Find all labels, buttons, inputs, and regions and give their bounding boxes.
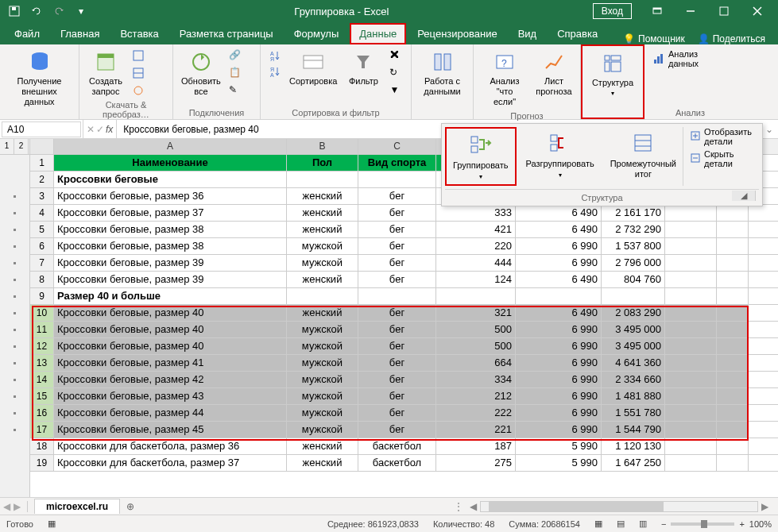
cell[interactable]	[287, 172, 358, 187]
view-layout-icon[interactable]: ▤	[617, 519, 625, 529]
tab-data[interactable]: Данные	[350, 23, 406, 44]
advanced-button[interactable]: ▼	[388, 83, 404, 98]
tab-review[interactable]: Рецензирование	[408, 23, 506, 44]
outline-row-marker[interactable]	[0, 322, 29, 338]
get-external-data-button[interactable]: Получение внешних данных	[6, 48, 72, 110]
cell[interactable]	[717, 338, 749, 354]
cell[interactable]: 3 495 000	[602, 338, 665, 354]
zoom-level[interactable]: 100%	[749, 519, 772, 529]
cell[interactable]: 2 796 000	[602, 255, 665, 271]
row-header[interactable]: 13	[30, 355, 54, 371]
cell[interactable]: женский	[287, 438, 358, 454]
hscroll-right-icon[interactable]: ▶	[758, 501, 772, 512]
view-pagebreak-icon[interactable]: ▥	[639, 519, 647, 529]
cell[interactable]	[717, 305, 749, 321]
row-header[interactable]: 18	[30, 438, 54, 454]
tab-insert[interactable]: Вставка	[110, 23, 168, 44]
view-normal-icon[interactable]: ▦	[594, 519, 602, 529]
tab-view[interactable]: Вид	[509, 23, 547, 44]
outline-row-marker[interactable]	[0, 255, 29, 272]
cell[interactable]: 222	[436, 405, 516, 421]
cell[interactable]	[287, 288, 358, 304]
create-query-button[interactable]: Создать запрос	[86, 48, 126, 98]
cell[interactable]: бег	[358, 188, 436, 204]
cell[interactable]	[665, 272, 717, 287]
cell[interactable]: Кроссовки беговые, размер 38	[54, 222, 287, 237]
cell[interactable]: 6 990	[516, 238, 602, 254]
outline-row-marker[interactable]	[0, 188, 29, 205]
outline-row-marker[interactable]	[0, 455, 29, 472]
table-row[interactable]: 14Кроссовки беговые, размер 42мужскойбег…	[30, 372, 778, 388]
row-header[interactable]: 16	[30, 405, 54, 421]
cell[interactable]: 6 490	[516, 222, 602, 237]
cell[interactable]: 5 990	[516, 455, 602, 471]
row-header[interactable]: 14	[30, 372, 54, 387]
cell[interactable]	[717, 205, 749, 221]
outline-row-marker[interactable]	[0, 422, 29, 438]
zoom-slider[interactable]	[671, 522, 734, 526]
cell[interactable]	[717, 455, 749, 471]
cell[interactable]	[717, 388, 749, 404]
tab-help[interactable]: Справка	[548, 23, 607, 44]
outline-row-marker[interactable]	[0, 355, 29, 372]
qat-dropdown-icon[interactable]: ▾	[72, 2, 91, 20]
cell[interactable]	[665, 222, 717, 237]
row-header[interactable]: 11	[30, 322, 54, 337]
prev-sheet-icon[interactable]: ◀	[3, 501, 10, 512]
cell[interactable]: 1 537 800	[602, 238, 665, 254]
cell[interactable]: Кроссовки беговые, размер 44	[54, 405, 287, 421]
connections-button[interactable]: 🔗	[227, 48, 243, 64]
table-row[interactable]: 11Кроссовки беговые, размер 40мужскойбег…	[30, 322, 778, 338]
share-button[interactable]: 👤 Поделиться	[698, 33, 765, 44]
outline-row-marker[interactable]	[0, 238, 29, 255]
cell[interactable]: мужской	[287, 422, 358, 438]
cell[interactable]	[717, 272, 749, 287]
cell[interactable]: бег	[358, 422, 436, 438]
outline-button[interactable]: Структура ▾	[589, 49, 637, 98]
row-header[interactable]: 19	[30, 455, 54, 471]
cell[interactable]	[358, 172, 436, 187]
cell[interactable]: 187	[436, 438, 516, 454]
edit-links-button[interactable]: ✎	[227, 83, 243, 98]
clear-filter-button[interactable]: 🗙	[388, 48, 404, 64]
header-cell[interactable]: Наименование	[54, 155, 287, 171]
cell[interactable]: бег	[358, 322, 436, 337]
cell[interactable]: 500	[436, 322, 516, 337]
name-box[interactable]	[2, 121, 81, 137]
filter-button[interactable]: Фильтр	[343, 48, 383, 88]
login-button[interactable]: Вход	[593, 3, 632, 19]
cell[interactable]: женский	[287, 272, 358, 287]
cell[interactable]: 1 551 780	[602, 405, 665, 421]
minimize-icon[interactable]	[675, 1, 706, 21]
cancel-formula-icon[interactable]: ✕	[87, 124, 95, 135]
cell[interactable]: бег	[358, 355, 436, 371]
cell[interactable]	[717, 372, 749, 387]
cell[interactable]: 221	[436, 422, 516, 438]
row-header[interactable]: 1	[30, 155, 54, 171]
outline-row-marker[interactable]	[0, 405, 29, 422]
cell[interactable]: 124	[436, 272, 516, 287]
row-header[interactable]: 4	[30, 205, 54, 221]
cell[interactable]: Кроссовки беговые, размер 38	[54, 238, 287, 254]
close-icon[interactable]	[741, 1, 773, 21]
cell[interactable]: 4 641 360	[602, 355, 665, 371]
cell[interactable]	[717, 355, 749, 371]
ribbon-options-icon[interactable]	[641, 1, 673, 21]
cell[interactable]: бег	[358, 272, 436, 287]
cell[interactable]: 444	[436, 255, 516, 271]
cell[interactable]	[602, 288, 665, 304]
outline-row-marker[interactable]	[0, 172, 29, 188]
cell[interactable]: бег	[358, 205, 436, 221]
cell[interactable]	[665, 238, 717, 254]
cell[interactable]	[665, 205, 717, 221]
table-row[interactable]: 19Кроссовки для баскетбола, размер 37жен…	[30, 455, 778, 472]
cell[interactable]	[717, 288, 749, 304]
cell[interactable]: 1 481 880	[602, 388, 665, 404]
cell[interactable]: Размер 40 и больше	[54, 288, 287, 304]
sheet-tab-active[interactable]: microexcel.ru	[34, 499, 120, 514]
cell[interactable]: женский	[287, 305, 358, 321]
zoom-in-icon[interactable]: +	[739, 519, 744, 529]
cell[interactable]: Кроссовки для баскетбола, размер 37	[54, 455, 287, 471]
outline-row-marker[interactable]	[0, 155, 29, 172]
cell[interactable]: Кроссовки беговые, размер 39	[54, 272, 287, 287]
